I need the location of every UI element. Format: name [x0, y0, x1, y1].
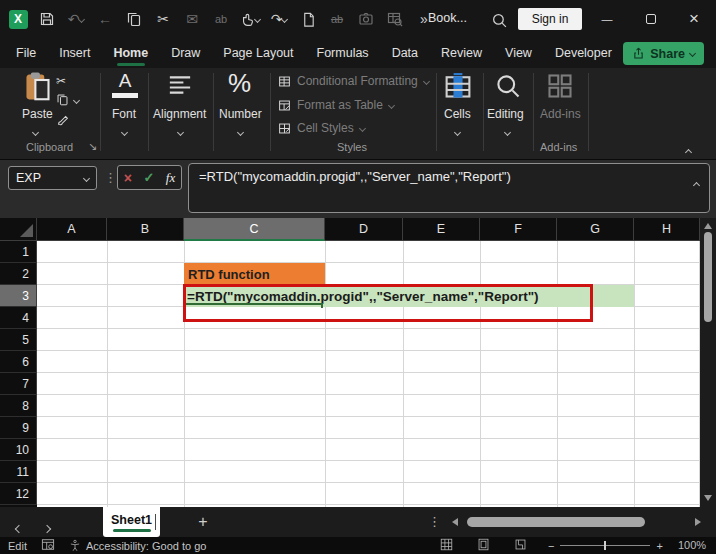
undo-dropdown-chevron[interactable]: [78, 15, 85, 22]
touch-mode-icon[interactable]: [240, 7, 260, 31]
zoom-in-button[interactable]: +: [656, 540, 662, 552]
cell-styles-button[interactable]: Cell Styles: [278, 121, 365, 135]
cell-c2-label[interactable]: RTD function: [184, 263, 325, 285]
format-painter-button[interactable]: [56, 113, 70, 130]
tab-file[interactable]: File: [16, 42, 36, 64]
page-layout-view-icon[interactable]: [477, 538, 490, 553]
sign-in-button[interactable]: Sign in: [518, 8, 582, 30]
paste-dropdown-chevron[interactable]: [33, 124, 38, 138]
font-button[interactable]: A: [112, 70, 138, 98]
number-button[interactable]: %: [228, 68, 251, 99]
column-header-e[interactable]: E: [403, 218, 480, 241]
tab-developer[interactable]: Developer: [555, 42, 612, 64]
collapse-ribbon-chevron[interactable]: [686, 144, 691, 158]
collapse-formula-bar-chevron[interactable]: [694, 176, 699, 191]
scroll-up-arrow[interactable]: [704, 223, 712, 229]
row-header-10[interactable]: 10: [0, 439, 37, 461]
tab-formulas[interactable]: Formulas: [317, 42, 369, 64]
macro-record-icon[interactable]: [41, 538, 55, 553]
horizontal-scrollbar[interactable]: [464, 517, 690, 527]
undo-icon[interactable]: ↶: [66, 7, 86, 31]
cells-dropdown-chevron[interactable]: [455, 124, 460, 138]
minimize-button[interactable]: —: [585, 0, 629, 38]
editing-button[interactable]: [494, 72, 522, 103]
column-header-c[interactable]: C: [184, 218, 325, 241]
alignment-dropdown-chevron[interactable]: [178, 124, 183, 138]
add-sheet-button[interactable]: +: [192, 511, 214, 533]
cut-button[interactable]: ✂: [56, 74, 66, 88]
column-header-f[interactable]: F: [480, 218, 557, 241]
row-header-5[interactable]: 5: [0, 329, 37, 351]
cancel-icon[interactable]: ×: [124, 170, 132, 186]
row-header-6[interactable]: 6: [0, 351, 37, 373]
camera-icon[interactable]: [356, 7, 376, 31]
normal-view-icon[interactable]: [440, 538, 453, 553]
row-header-12[interactable]: 12: [0, 483, 37, 505]
conditional-formatting-button[interactable]: Conditional Formatting: [278, 74, 429, 88]
enter-icon[interactable]: ✓: [143, 170, 154, 185]
select-all-corner[interactable]: [0, 218, 37, 241]
alignment-button[interactable]: [166, 74, 194, 99]
column-header-a[interactable]: A: [37, 218, 107, 241]
tab-bar-options-dots[interactable]: ⋮: [428, 514, 441, 529]
column-header-d[interactable]: D: [325, 218, 403, 241]
find-replace-icon[interactable]: ab: [211, 7, 231, 31]
clipboard-dialog-launcher[interactable]: ↘: [88, 140, 97, 153]
column-header-h[interactable]: H: [634, 218, 700, 241]
zoom-out-button[interactable]: −: [548, 540, 554, 552]
horizontal-scroll-thumb[interactable]: [467, 517, 645, 527]
row-header-1[interactable]: 1: [0, 241, 37, 263]
tab-draw[interactable]: Draw: [171, 42, 200, 64]
scroll-down-arrow[interactable]: [704, 495, 712, 501]
share-button[interactable]: Share: [623, 42, 704, 65]
copy-button[interactable]: [56, 93, 69, 109]
touch-mode-dropdown-chevron[interactable]: [254, 15, 261, 22]
previous-sheet-arrow[interactable]: [16, 518, 22, 536]
copy-dropdown-chevron[interactable]: [73, 97, 80, 104]
save-icon[interactable]: [37, 7, 57, 31]
redo-icon[interactable]: ↷: [269, 7, 289, 31]
copy-icon[interactable]: [124, 7, 144, 31]
formula-input[interactable]: =RTD("mycomaddin.progid",,"Server_name",…: [188, 163, 710, 213]
editing-dropdown-chevron[interactable]: [505, 124, 510, 138]
search-icon[interactable]: [489, 8, 509, 32]
tab-data[interactable]: Data: [392, 42, 418, 64]
column-header-g[interactable]: G: [557, 218, 634, 241]
vertical-scroll-thumb[interactable]: [704, 232, 712, 322]
number-dropdown-chevron[interactable]: [238, 124, 243, 138]
next-sheet-arrow[interactable]: [44, 518, 50, 536]
format-as-table-button[interactable]: Format as Table: [278, 98, 394, 112]
zoom-slider-thumb[interactable]: [604, 541, 606, 550]
paste-button[interactable]: [24, 72, 52, 105]
vertical-scrollbar[interactable]: [700, 218, 716, 507]
strikethrough-icon[interactable]: ab: [327, 7, 347, 31]
share-dropdown-chevron[interactable]: [689, 50, 696, 57]
row-header-4[interactable]: 4: [0, 307, 37, 329]
accessibility-status[interactable]: Accessibility: Good to go: [69, 539, 206, 552]
font-dropdown-chevron[interactable]: [122, 124, 127, 138]
cells-area[interactable]: RTD function =RTD("mycomaddin.progid",,"…: [37, 241, 700, 507]
table-preview-icon[interactable]: [385, 7, 405, 31]
maximize-button[interactable]: [629, 0, 673, 38]
row-header-3[interactable]: 3: [0, 285, 37, 307]
tab-review[interactable]: Review: [441, 42, 482, 64]
cut-icon[interactable]: ✂: [153, 7, 173, 31]
back-icon[interactable]: ←: [95, 7, 115, 31]
tab-page-layout[interactable]: Page Layout: [223, 42, 293, 64]
tab-home[interactable]: Home: [113, 42, 148, 64]
row-header-8[interactable]: 8: [0, 395, 37, 417]
row-header-9[interactable]: 9: [0, 417, 37, 439]
tab-insert[interactable]: Insert: [59, 42, 90, 64]
add-ins-button[interactable]: [546, 72, 574, 103]
name-box-dropdown-chevron[interactable]: [83, 174, 90, 181]
scroll-left-arrow[interactable]: [452, 518, 458, 526]
close-button[interactable]: ×: [672, 0, 716, 38]
scroll-right-arrow[interactable]: [695, 518, 701, 526]
page-break-preview-icon[interactable]: [514, 538, 527, 553]
column-header-b[interactable]: B: [107, 218, 184, 241]
cells-button[interactable]: [444, 72, 472, 103]
row-header-11[interactable]: 11: [0, 461, 37, 483]
zoom-slider[interactable]: [560, 545, 650, 546]
insert-function-icon[interactable]: fx: [166, 170, 175, 186]
new-file-icon[interactable]: [298, 7, 318, 31]
